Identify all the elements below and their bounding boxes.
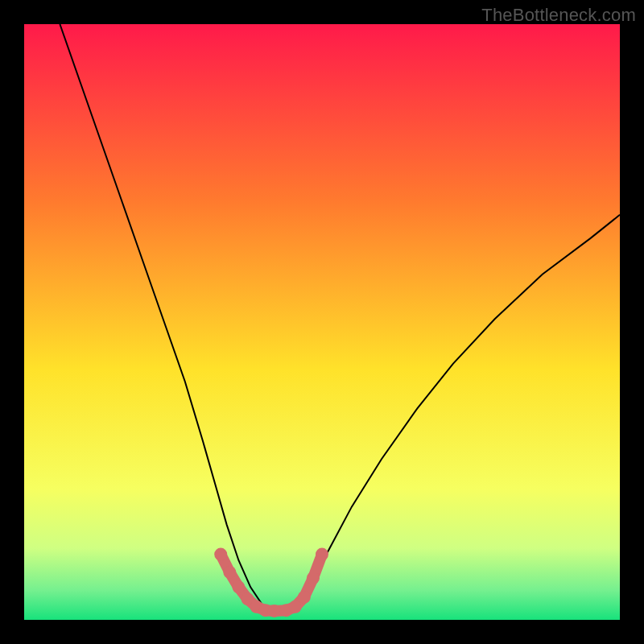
- plot-area: [24, 24, 620, 620]
- highlight-dot: [214, 548, 227, 561]
- highlight-dot: [232, 580, 245, 593]
- bottleneck-curve: [60, 24, 620, 611]
- chart-stage: TheBottleneck.com: [0, 0, 644, 644]
- curve-layer: [24, 24, 620, 620]
- highlight-dot: [289, 601, 302, 613]
- highlight-dot: [298, 591, 311, 604]
- highlight-dot: [268, 605, 281, 617]
- highlight-dot: [316, 548, 328, 561]
- highlight-dot: [307, 572, 320, 584]
- highlight-dot: [223, 566, 236, 579]
- watermark-label: TheBottleneck.com: [481, 5, 636, 26]
